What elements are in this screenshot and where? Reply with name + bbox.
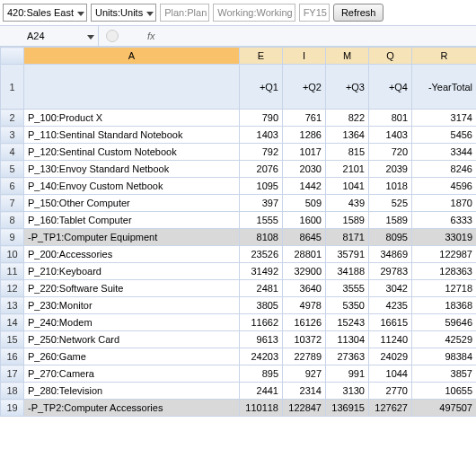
refresh-button[interactable]: Refresh bbox=[333, 4, 384, 22]
data-cell[interactable]: 29783 bbox=[369, 263, 412, 280]
data-cell[interactable]: 3174 bbox=[412, 110, 477, 127]
product-label[interactable]: P_280:Television bbox=[24, 383, 240, 400]
data-cell[interactable]: 98384 bbox=[412, 348, 477, 365]
data-cell[interactable]: 3344 bbox=[412, 144, 477, 161]
data-cell[interactable]: 11240 bbox=[369, 331, 412, 348]
row-header-10[interactable]: 10 bbox=[1, 246, 24, 263]
data-cell[interactable]: 2481 bbox=[240, 280, 283, 297]
data-cell[interactable]: 33019 bbox=[412, 229, 477, 246]
cancel-icon[interactable] bbox=[106, 30, 119, 42]
data-cell[interactable]: 16615 bbox=[369, 314, 412, 331]
data-cell[interactable]: 110118 bbox=[240, 400, 283, 417]
data-cell[interactable]: 3857 bbox=[412, 365, 477, 383]
row-header-18[interactable]: 18 bbox=[1, 383, 24, 400]
row-header-5[interactable]: 5 bbox=[1, 161, 24, 178]
data-cell[interactable]: 32900 bbox=[283, 263, 326, 280]
data-cell[interactable]: 1095 bbox=[240, 178, 283, 195]
row-header-2[interactable]: 2 bbox=[1, 110, 24, 127]
data-cell[interactable]: 1442 bbox=[283, 178, 326, 195]
row-header-9[interactable]: 9 bbox=[1, 229, 24, 246]
row-header-8[interactable]: 8 bbox=[1, 212, 24, 229]
product-label[interactable]: P_250:Network Card bbox=[24, 331, 240, 348]
row-header-16[interactable]: 16 bbox=[1, 348, 24, 365]
data-cell[interactable]: 28801 bbox=[283, 246, 326, 263]
data-cell[interactable]: 59646 bbox=[412, 314, 477, 331]
data-cell[interactable]: 2076 bbox=[240, 161, 283, 178]
data-cell[interactable]: 895 bbox=[240, 365, 283, 383]
row-header-13[interactable]: 13 bbox=[1, 297, 24, 314]
data-cell[interactable]: 34869 bbox=[369, 246, 412, 263]
data-cell[interactable]: 2101 bbox=[326, 161, 369, 178]
data-cell[interactable]: 127627 bbox=[369, 400, 412, 417]
data-cell[interactable]: 24203 bbox=[240, 348, 283, 365]
data-cell[interactable]: 1403 bbox=[369, 127, 412, 144]
data-cell[interactable]: 9613 bbox=[240, 331, 283, 348]
product-label[interactable]: P_240:Modem bbox=[24, 314, 240, 331]
data-cell[interactable]: 2770 bbox=[369, 383, 412, 400]
data-cell[interactable]: 1589 bbox=[369, 212, 412, 229]
product-label[interactable]: P_230:Monitor bbox=[24, 297, 240, 314]
data-cell[interactable]: 31492 bbox=[240, 263, 283, 280]
product-label[interactable]: P_150:Other Computer bbox=[24, 195, 240, 212]
data-cell[interactable]: 35791 bbox=[326, 246, 369, 263]
data-cell[interactable]: 42529 bbox=[412, 331, 477, 348]
spreadsheet-grid[interactable]: AEIMQR1+Q1+Q2+Q3+Q4-YearTotal2P_100:Prod… bbox=[0, 47, 476, 417]
product-label[interactable]: P_100:Product X bbox=[24, 110, 240, 127]
data-cell[interactable]: 525 bbox=[369, 195, 412, 212]
data-cell[interactable]: 1870 bbox=[412, 195, 477, 212]
row-header-3[interactable]: 3 bbox=[1, 127, 24, 144]
product-label[interactable]: P_270:Camera bbox=[24, 365, 240, 383]
row-header-17[interactable]: 17 bbox=[1, 365, 24, 383]
data-cell[interactable]: 8246 bbox=[412, 161, 477, 178]
data-cell[interactable]: 6333 bbox=[412, 212, 477, 229]
data-cell[interactable]: 397 bbox=[240, 195, 283, 212]
column-header-R[interactable]: R bbox=[412, 48, 477, 65]
data-cell[interactable]: 822 bbox=[326, 110, 369, 127]
data-cell[interactable]: 1555 bbox=[240, 212, 283, 229]
data-cell[interactable]: 4978 bbox=[283, 297, 326, 314]
product-label[interactable]: P_130:Envoy Standard Netbook bbox=[24, 161, 240, 178]
select-all-corner[interactable] bbox=[1, 48, 24, 65]
row-header-19[interactable]: 19 bbox=[1, 400, 24, 417]
data-cell[interactable]: 1589 bbox=[326, 212, 369, 229]
data-cell[interactable]: 5350 bbox=[326, 297, 369, 314]
data-cell[interactable]: 1364 bbox=[326, 127, 369, 144]
data-cell[interactable]: 1403 bbox=[240, 127, 283, 144]
product-label[interactable]: P_120:Sentinal Custom Notebook bbox=[24, 144, 240, 161]
data-cell[interactable]: 5456 bbox=[412, 127, 477, 144]
data-cell[interactable]: 122987 bbox=[412, 246, 477, 263]
data-cell[interactable]: 24029 bbox=[369, 348, 412, 365]
product-label[interactable]: P_160:Tablet Computer bbox=[24, 212, 240, 229]
data-cell[interactable]: 136915 bbox=[326, 400, 369, 417]
product-label[interactable]: P_220:Software Suite bbox=[24, 280, 240, 297]
quarter-header[interactable]: +Q2 bbox=[283, 65, 326, 110]
product-label[interactable]: P_210:Keyboard bbox=[24, 263, 240, 280]
data-cell[interactable]: 122847 bbox=[283, 400, 326, 417]
product-label[interactable]: P_260:Game bbox=[24, 348, 240, 365]
column-header-M[interactable]: M bbox=[326, 48, 369, 65]
data-cell[interactable]: 16126 bbox=[283, 314, 326, 331]
data-cell[interactable]: 1286 bbox=[283, 127, 326, 144]
data-cell[interactable]: 792 bbox=[240, 144, 283, 161]
data-cell[interactable]: 2039 bbox=[369, 161, 412, 178]
data-cell[interactable]: 11304 bbox=[326, 331, 369, 348]
data-cell[interactable]: 23526 bbox=[240, 246, 283, 263]
data-cell[interactable]: 3130 bbox=[326, 383, 369, 400]
data-cell[interactable]: 720 bbox=[369, 144, 412, 161]
data-cell[interactable]: 3805 bbox=[240, 297, 283, 314]
quarter-header[interactable]: +Q1 bbox=[240, 65, 283, 110]
data-cell[interactable]: 761 bbox=[283, 110, 326, 127]
row-header-4[interactable]: 4 bbox=[1, 144, 24, 161]
data-cell[interactable]: 509 bbox=[283, 195, 326, 212]
row-header-14[interactable]: 14 bbox=[1, 314, 24, 331]
data-cell[interactable]: 15243 bbox=[326, 314, 369, 331]
data-cell[interactable]: 497507 bbox=[412, 400, 477, 417]
quarter-header[interactable]: -YearTotal bbox=[412, 65, 477, 110]
data-cell[interactable]: 27363 bbox=[326, 348, 369, 365]
data-cell[interactable]: 11662 bbox=[240, 314, 283, 331]
row-header-11[interactable]: 11 bbox=[1, 263, 24, 280]
quarter-header[interactable] bbox=[24, 65, 240, 110]
data-cell[interactable]: 2030 bbox=[283, 161, 326, 178]
product-label[interactable]: P_140:Envoy Custom Netbook bbox=[24, 178, 240, 195]
data-cell[interactable]: 790 bbox=[240, 110, 283, 127]
